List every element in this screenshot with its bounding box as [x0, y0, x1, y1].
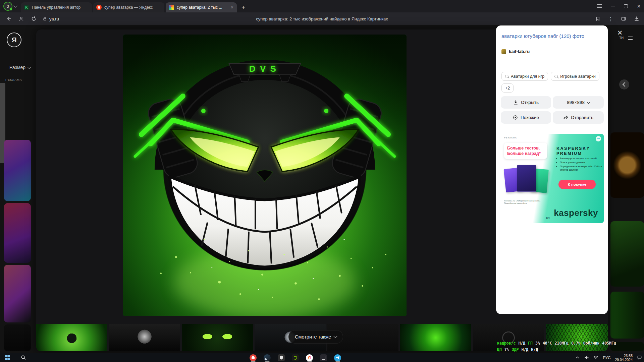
app-icon[interactable] [320, 354, 327, 362]
site-address[interactable]: ya.ru [43, 16, 59, 21]
ad-headline: Больше тестов. Больше наград* [504, 143, 547, 159]
tab-favicon-yandex: Я [96, 5, 102, 10]
ad-bullet: Поиск утечек данных [560, 161, 602, 164]
tag-chip[interactable]: Игровые аватарки [551, 72, 599, 81]
page-menu-icon[interactable] [628, 36, 633, 41]
size-dropdown-button[interactable]: 898×898 [553, 96, 604, 109]
share-icon [563, 115, 568, 120]
tab-favicon-image [169, 5, 174, 10]
tray-expand-icon[interactable] [575, 355, 580, 360]
date: 29.04.2024 [615, 358, 633, 362]
ad-bullet: Определитель номера Who Calls и многое д… [560, 165, 602, 172]
side-collapse-button[interactable] [619, 79, 629, 89]
steam-icon[interactable] [263, 354, 271, 362]
browser-menu-icon[interactable] [597, 3, 602, 9]
browser-app-icon[interactable] [249, 354, 257, 362]
page-content: Я Размер РЕКЛАМА ти [0, 25, 644, 353]
tags-more-chip[interactable]: +2 [501, 83, 514, 93]
size-filter-dropdown[interactable]: Размер [9, 65, 31, 70]
gallery-thumbnail[interactable] [610, 221, 644, 287]
tab-label: супер аватарка: 2 тыс ... [177, 5, 228, 10]
more-actions-icon[interactable]: ⋮ [608, 16, 613, 21]
reload-icon[interactable] [31, 16, 37, 21]
site-favicon [501, 49, 506, 54]
taskbar: Я РУС 23:55 29.04.2024 [0, 353, 644, 362]
back-icon[interactable] [6, 16, 12, 21]
clock[interactable]: 23:55 29.04.2024 [615, 354, 633, 362]
gallery-thumbnail[interactable] [4, 265, 31, 322]
network-icon[interactable] [593, 355, 598, 360]
tab-favicon-k: K [24, 5, 29, 10]
similar-button[interactable]: Похожие [501, 111, 551, 124]
main-image[interactable]: DVS [123, 35, 407, 316]
taskbar-search-icon[interactable] [21, 355, 26, 360]
notifications-icon[interactable] [637, 355, 642, 360]
ad-age-rating: 12+ [546, 217, 550, 220]
start-button-icon[interactable] [5, 355, 10, 360]
system-tray: РУС 23:55 29.04.2024 [575, 353, 642, 362]
product-box [517, 165, 536, 192]
gallery-thumbnail[interactable] [4, 203, 31, 263]
tag-label: Игровые аватарки [560, 74, 596, 79]
yandex-logo[interactable]: Я [7, 33, 21, 47]
related-thumbnail[interactable] [36, 324, 107, 351]
chevron-left-icon [622, 82, 627, 87]
open-button[interactable]: Открыть [501, 96, 551, 109]
kaspersky-wordmark: kaspersky [550, 208, 601, 218]
gallery-thumbnail[interactable] [4, 140, 31, 201]
ad-fine-print: Реклама. АО «Лаборатория Касперского». П… [504, 200, 550, 204]
profile-icon[interactable] [18, 16, 24, 21]
ad-brand-title: KASPERSKY PREMIUM [556, 146, 590, 156]
bookmark-icon[interactable] [595, 16, 600, 21]
maximize-icon[interactable] [624, 4, 628, 8]
telegram-icon[interactable] [334, 354, 341, 362]
action-buttons: Открыть 898×898 Похожие Отправить [501, 96, 604, 124]
yandex-browser-icon[interactable]: Я [306, 354, 313, 362]
language-indicator[interactable]: РУС [603, 356, 610, 360]
viewer-close-button[interactable]: × [615, 28, 625, 37]
related-thumbnail[interactable] [546, 324, 608, 351]
search-icon [505, 75, 508, 78]
new-tab-button[interactable]: + [237, 2, 249, 12]
downloads-icon[interactable] [634, 16, 639, 21]
headphones-brand-text: DVS [249, 64, 280, 74]
related-thumbnail[interactable] [400, 324, 471, 351]
side-ad-label: РЕКЛАМА [5, 78, 22, 81]
gallery-thumbnail[interactable] [4, 324, 31, 351]
tag-chip[interactable]: Аватарки для игр [501, 72, 548, 81]
download-icon [513, 100, 518, 105]
kaspersky-ad[interactable]: РЕКЛАМА ⋯ Больше тестов. Больше наград* … [501, 134, 604, 223]
browser-tab-1[interactable]: K Панель управления автор [21, 2, 92, 12]
eye-icon [513, 115, 518, 120]
tab-close-icon[interactable]: × [230, 5, 234, 10]
image-title-link[interactable]: аватарки ютуберов пабг (120) фото [501, 33, 602, 39]
see-also-label: Смотрите также [295, 334, 331, 340]
volume-muted-icon[interactable] [584, 355, 589, 360]
ad-bullet: Антивирус и защита платежей [560, 157, 602, 160]
tab-label: Панель управления автор [32, 5, 89, 10]
geforce-icon[interactable] [291, 354, 299, 362]
ad-cta-button[interactable]: К покупке [558, 180, 596, 189]
gallery-thumbnail[interactable] [610, 292, 644, 339]
see-also-button[interactable]: Смотрите также [288, 330, 343, 344]
close-window-icon[interactable]: × [637, 3, 641, 9]
tab-group-indicator[interactable]: 3 [0, 0, 20, 12]
tab-label: супер аватарка — Яндекс [104, 5, 161, 10]
performance-osd-line1: кадров/сН/ДГП3%48°C210МГц0.7%0об/мин405М… [497, 341, 616, 346]
site-name: kaif-lab.ru [509, 49, 530, 54]
tag-chips: Аватарки для игр Игровые аватарки +2 [501, 72, 602, 93]
image-info-panel: аватарки ютуберов пабг (120) фото kaif-l… [496, 25, 608, 314]
ad-menu-icon[interactable]: ⋯ [596, 136, 601, 141]
source-site[interactable]: kaif-lab.ru [501, 49, 530, 54]
related-thumbnail[interactable] [109, 324, 180, 351]
screen: 3 K Панель управления автор Я супер ават… [0, 0, 644, 362]
epic-games-icon[interactable] [277, 354, 285, 362]
browser-tab-2[interactable]: Я супер аватарка — Яндекс [93, 2, 164, 12]
minimize-icon[interactable] [611, 6, 615, 7]
profile-badge[interactable]: 3 [3, 2, 12, 11]
gallery-thumbnail[interactable] [610, 132, 644, 198]
related-thumbnail[interactable] [182, 324, 253, 351]
side-panel-icon[interactable] [621, 16, 626, 21]
send-button[interactable]: Отправить [553, 111, 604, 124]
browser-tab-3-active[interactable]: супер аватарка: 2 тыс ... × [166, 2, 237, 12]
